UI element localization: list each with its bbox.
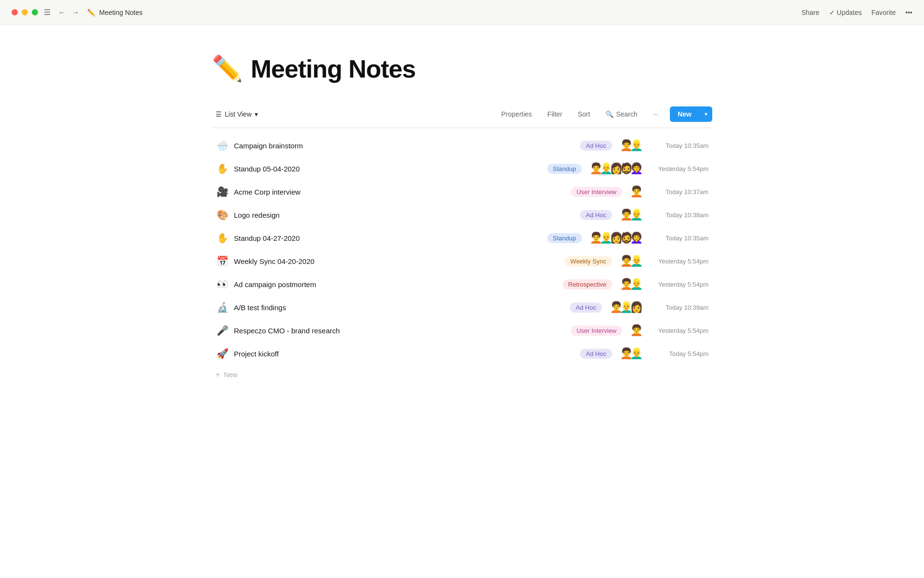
- forward-button[interactable]: →: [70, 7, 81, 18]
- item-tag: User Interview: [571, 187, 622, 197]
- traffic-lights: [12, 9, 38, 15]
- back-button[interactable]: ←: [56, 7, 68, 18]
- item-name: Standup 04-27-2020: [234, 234, 300, 242]
- item-right: Ad Hoc 🧑‍🦱👱‍♂️ Today 10:38am: [580, 209, 708, 221]
- add-new-row[interactable]: + New: [212, 365, 712, 384]
- favorite-button[interactable]: Favorite: [872, 9, 896, 16]
- item-right: Ad Hoc 🧑‍🦱👱‍♂️👩 Today 10:39am: [570, 301, 708, 314]
- item-left: 🎨 Logo redesign: [216, 209, 580, 221]
- avatar: 👩‍🦱: [630, 162, 643, 175]
- avatar: 👩‍🦱: [630, 232, 643, 244]
- list-item[interactable]: 🎤 Respeczo CMO - brand research User Int…: [212, 319, 712, 342]
- list-item[interactable]: 🚀 Project kickoff Ad Hoc 🧑‍🦱👱‍♂️ Today 5…: [212, 342, 712, 365]
- item-left: 🌧️ Campaign brainstorm: [216, 140, 580, 151]
- toolbar: ☰ List View ▾ Properties Filter Sort 🔍 S…: [212, 106, 712, 128]
- item-tag: Ad Hoc: [570, 302, 602, 313]
- item-emoji: ✋: [216, 232, 229, 244]
- new-dropdown-button[interactable]: ▾: [700, 107, 712, 121]
- list-item[interactable]: 🎥 Acme Corp interview User Interview 🧑‍🦱…: [212, 180, 712, 203]
- avatar: 👱‍♂️: [630, 347, 643, 360]
- minimize-button[interactable]: [22, 9, 28, 15]
- item-name: Respeczo CMO - brand research: [234, 327, 340, 335]
- add-new-plus-icon: +: [216, 370, 220, 379]
- add-new-label: New: [224, 371, 237, 379]
- list-item[interactable]: 📅 Weekly Sync 04-20-2020 Weekly Sync 🧑‍🦱…: [212, 250, 712, 273]
- item-avatars: 🧑‍🦱: [630, 324, 643, 337]
- item-tag: Retrospective: [563, 279, 612, 289]
- item-name: Weekly Sync 04-20-2020: [234, 257, 314, 265]
- item-name: Project kickoff: [234, 350, 279, 358]
- item-emoji: 🎤: [216, 325, 229, 336]
- item-name: Logo redesign: [234, 211, 280, 219]
- item-time: Today 10:38am: [651, 211, 708, 219]
- item-time: Today 10:37am: [651, 188, 708, 196]
- page-title-text: Meeting Notes: [99, 9, 142, 16]
- list-item[interactable]: 🎨 Logo redesign Ad Hoc 🧑‍🦱👱‍♂️ Today 10:…: [212, 203, 712, 226]
- list-view-icon: ☰: [216, 110, 222, 118]
- item-time: Yesterday 5:54pm: [651, 327, 708, 334]
- avatar: 👱‍♂️: [630, 139, 643, 152]
- item-time: Today 10:39am: [651, 304, 708, 311]
- more-options-button[interactable]: •••: [905, 9, 912, 16]
- list-item[interactable]: 🔬 A/B test findings Ad Hoc 🧑‍🦱👱‍♂️👩 Toda…: [212, 296, 712, 319]
- item-avatars: 🧑‍🦱👱‍♂️: [620, 209, 643, 221]
- item-emoji: 👀: [216, 278, 229, 290]
- search-icon: 🔍: [605, 110, 614, 118]
- nav-arrows: ← →: [56, 7, 81, 18]
- item-name: Acme Corp interview: [234, 188, 300, 196]
- list-item[interactable]: ✋ Standup 05-04-2020 Standup 🧑‍🦱👱‍♂️👩🧔👩‍…: [212, 157, 712, 180]
- item-tag: Ad Hoc: [580, 210, 612, 220]
- item-time: Today 10:35am: [651, 235, 708, 242]
- sort-button[interactable]: Sort: [574, 107, 594, 121]
- page-title-bar: ✏️ Meeting Notes: [87, 9, 142, 16]
- toolbar-more-button[interactable]: ···: [649, 107, 663, 121]
- item-avatars: 🧑‍🦱👱‍♂️: [620, 347, 643, 360]
- list-item[interactable]: ✋ Standup 04-27-2020 Standup 🧑‍🦱👱‍♂️👩🧔👩‍…: [212, 226, 712, 250]
- new-main-button[interactable]: New: [670, 106, 699, 122]
- toolbar-right: Properties Filter Sort 🔍 Search ··· New …: [498, 106, 712, 122]
- maximize-button[interactable]: [32, 9, 38, 15]
- item-time: Today 5:54pm: [651, 350, 708, 357]
- toolbar-left: ☰ List View ▾: [212, 107, 262, 121]
- sidebar-toggle-icon[interactable]: ☰: [44, 8, 51, 17]
- item-left: 👀 Ad campaign postmortem: [216, 278, 563, 290]
- item-tag: Weekly Sync: [565, 256, 612, 266]
- titlebar-left: ☰ ← → ✏️ Meeting Notes: [12, 7, 142, 18]
- item-right: User Interview 🧑‍🦱 Today 10:37am: [571, 185, 708, 198]
- updates-button[interactable]: ✓ Updates: [829, 9, 862, 16]
- list-item[interactable]: 🌧️ Campaign brainstorm Ad Hoc 🧑‍🦱👱‍♂️ To…: [212, 134, 712, 157]
- search-button[interactable]: 🔍 Search: [602, 107, 641, 121]
- item-avatars: 🧑‍🦱👱‍♂️: [620, 255, 643, 267]
- item-right: Ad Hoc 🧑‍🦱👱‍♂️ Today 5:54pm: [580, 347, 708, 360]
- list-view-button[interactable]: ☰ List View ▾: [212, 107, 262, 121]
- properties-button[interactable]: Properties: [498, 107, 536, 121]
- titlebar-right: Share ✓ Updates Favorite •••: [801, 9, 912, 16]
- item-left: ✋ Standup 04-27-2020: [216, 232, 547, 244]
- item-emoji: 🔬: [216, 302, 229, 313]
- item-emoji: 📅: [216, 255, 229, 267]
- item-emoji: 🌧️: [216, 140, 229, 151]
- page-icon: ✏️: [212, 54, 243, 83]
- avatar: 🧑‍🦱: [630, 185, 643, 198]
- item-time: Yesterday 5:54pm: [651, 281, 708, 288]
- main-content: ✏️ Meeting Notes ☰ List View ▾ Propertie…: [125, 25, 799, 404]
- item-left: 🚀 Project kickoff: [216, 348, 580, 359]
- item-avatars: 🧑‍🦱👱‍♂️: [620, 139, 643, 152]
- chevron-down-icon: ▾: [255, 110, 258, 118]
- close-button[interactable]: [12, 9, 18, 15]
- item-time: Today 10:35am: [651, 142, 708, 149]
- share-button[interactable]: Share: [801, 9, 819, 16]
- list-item[interactable]: 👀 Ad campaign postmortem Retrospective 🧑…: [212, 273, 712, 296]
- item-right: Retrospective 🧑‍🦱👱‍♂️ Yesterday 5:54pm: [563, 278, 708, 290]
- avatar: 👱‍♂️: [630, 255, 643, 267]
- item-avatars: 🧑‍🦱👱‍♂️👩: [610, 301, 643, 314]
- item-time: Yesterday 5:54pm: [651, 258, 708, 265]
- item-avatars: 🧑‍🦱👱‍♂️👩🧔👩‍🦱: [590, 162, 643, 175]
- page-header: ✏️ Meeting Notes: [212, 54, 712, 83]
- item-tag: Ad Hoc: [580, 141, 612, 151]
- avatar: 👩: [630, 301, 643, 314]
- filter-button[interactable]: Filter: [543, 107, 566, 121]
- list-view-label: List View: [225, 110, 252, 118]
- item-name: Ad campaign postmortem: [234, 280, 316, 289]
- items-list: 🌧️ Campaign brainstorm Ad Hoc 🧑‍🦱👱‍♂️ To…: [212, 134, 712, 365]
